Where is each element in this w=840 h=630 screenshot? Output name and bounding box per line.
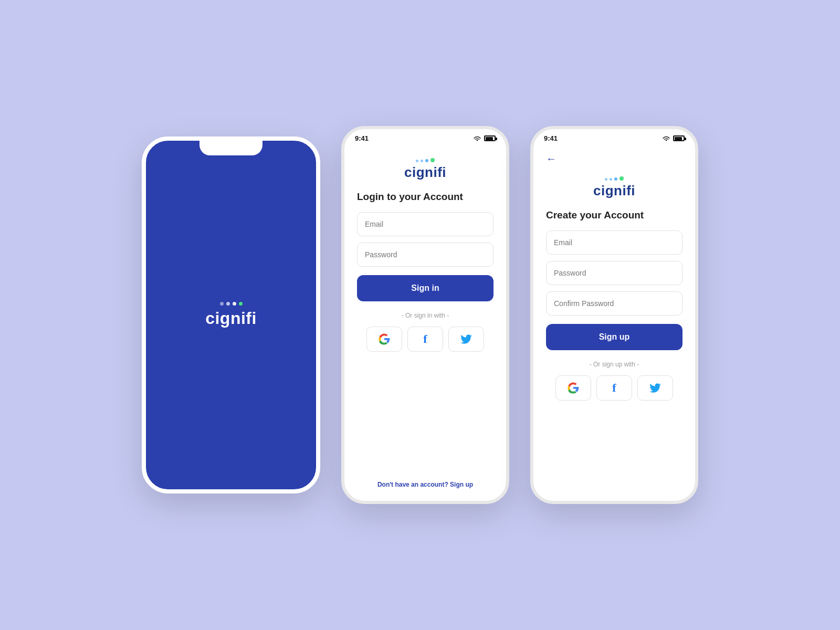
- register-social-row: f: [546, 375, 682, 401]
- dot-1r: [605, 178, 607, 181]
- login-social-row: f: [357, 327, 494, 352]
- login-logo: cignifi: [404, 158, 446, 181]
- status-time-login: 9:41: [355, 134, 369, 142]
- twitter-login-button[interactable]: [448, 327, 484, 352]
- login-email-input[interactable]: [357, 212, 494, 236]
- splash-brand-name: cignifi: [205, 309, 257, 328]
- register-logo-container: cignifi: [546, 176, 682, 199]
- login-title: Login to your Account: [357, 191, 494, 203]
- register-logo-dots: [605, 176, 624, 181]
- register-email-input[interactable]: [546, 230, 682, 255]
- splash-logo-dots: [220, 302, 243, 306]
- login-password-input[interactable]: [357, 243, 494, 267]
- login-logo-dots: [416, 158, 435, 162]
- facebook-login-button[interactable]: f: [407, 327, 443, 352]
- facebook-icon: f: [423, 332, 427, 346]
- login-brand-name: cignifi: [404, 164, 446, 181]
- google-icon: [379, 333, 390, 345]
- login-bottom-text: Don't have an account?: [377, 481, 448, 488]
- splash-logo-container: cignifi: [205, 302, 257, 328]
- back-button[interactable]: ←: [546, 153, 682, 165]
- facebook-register-button[interactable]: f: [596, 375, 632, 401]
- dot4-green: [239, 302, 243, 306]
- twitter-icon: [460, 334, 472, 344]
- notch: [200, 141, 262, 155]
- wifi-icon-login: [473, 135, 481, 142]
- dot-green-r: [620, 176, 624, 181]
- dot2: [226, 302, 230, 306]
- dot-2r: [610, 178, 612, 181]
- google-register-button[interactable]: [555, 375, 591, 401]
- phone-login: 9:41 cignifi: [341, 126, 509, 504]
- register-screen-body: ← cignifi Create your Account Sign up: [533, 144, 695, 501]
- status-time-register: 9:41: [544, 134, 558, 142]
- status-bar-login: 9:41: [344, 129, 506, 144]
- dot-3r: [614, 177, 617, 181]
- phone-splash: cignifi: [142, 136, 320, 494]
- phone-register: 9:41 ← cignifi: [530, 126, 698, 504]
- login-bottom-link: Don't have an account? Sign up: [357, 481, 494, 488]
- register-divider: - Or sign up with -: [546, 361, 682, 368]
- login-signup-link[interactable]: Sign up: [450, 481, 473, 488]
- facebook-icon-reg: f: [612, 381, 616, 395]
- register-brand-name: cignifi: [593, 183, 635, 199]
- status-icons-register: [662, 135, 685, 142]
- battery-fill-login: [486, 137, 493, 141]
- twitter-register-button[interactable]: [637, 375, 673, 401]
- status-icons-login: [473, 135, 496, 142]
- sign-up-button[interactable]: Sign up: [546, 324, 682, 350]
- battery-icon-login: [484, 135, 496, 141]
- register-password-input[interactable]: [546, 261, 682, 285]
- twitter-icon-reg: [649, 383, 661, 393]
- login-screen-body: cignifi Login to your Account Sign in - …: [344, 144, 506, 501]
- dot-1: [416, 160, 418, 162]
- dot-3: [425, 159, 428, 162]
- wifi-icon-register: [662, 135, 670, 142]
- google-login-button[interactable]: [366, 327, 402, 352]
- dot-2: [421, 160, 423, 162]
- battery-fill-register: [675, 137, 682, 141]
- register-confirm-password-input[interactable]: [546, 291, 682, 316]
- battery-icon-register: [673, 135, 685, 141]
- register-title: Create your Account: [546, 209, 682, 221]
- login-logo-container: cignifi: [357, 158, 494, 181]
- dot-green: [430, 158, 435, 162]
- login-divider: - Or sign in with -: [357, 312, 494, 319]
- dot1: [220, 302, 224, 306]
- status-bar-register: 9:41: [533, 129, 695, 144]
- google-icon-reg: [568, 382, 579, 394]
- sign-in-button[interactable]: Sign in: [357, 275, 494, 301]
- dot3: [233, 302, 236, 306]
- register-logo: cignifi: [593, 176, 635, 199]
